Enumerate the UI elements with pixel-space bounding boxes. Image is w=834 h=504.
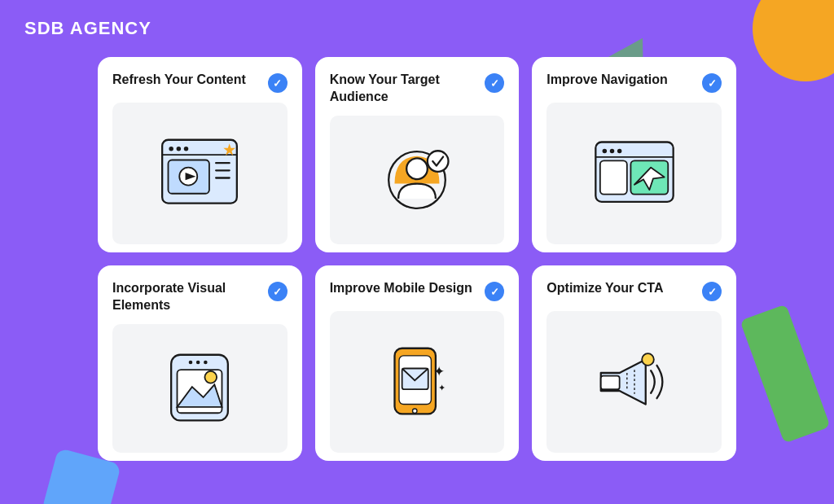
- svg-point-18: [617, 149, 622, 154]
- card-refresh-content: Refresh Your Content: [98, 57, 302, 252]
- card-mobile-design: Improve Mobile Design ✦ ✦: [315, 265, 520, 461]
- svg-text:✦: ✦: [433, 364, 445, 379]
- svg-rect-37: [600, 376, 619, 390]
- card-improve-navigation-icon-area: [546, 103, 722, 244]
- mobile-design-icon: ✦ ✦: [372, 337, 462, 427]
- svg-point-3: [184, 147, 189, 151]
- svg-point-16: [602, 149, 607, 154]
- card-optimize-cta-icon-area: [546, 311, 722, 453]
- card-improve-navigation-title: Improve Navigation: [546, 72, 702, 89]
- card-optimize-cta: Optimize Your CTA: [532, 265, 736, 461]
- card-visual-elements-title: Incorporate Visual Elements: [112, 280, 268, 314]
- card-visual-elements-check: [268, 282, 288, 301]
- target-audience-icon: [372, 135, 462, 225]
- svg-point-1: [169, 147, 174, 151]
- card-target-audience-check: [485, 73, 504, 93]
- card-mobile-design-check: [485, 282, 504, 301]
- card-optimize-cta-title: Optimize Your CTA: [546, 280, 702, 297]
- card-mobile-design-header: Improve Mobile Design: [330, 280, 505, 301]
- svg-rect-21: [599, 160, 626, 194]
- svg-point-14: [428, 151, 449, 172]
- svg-point-25: [196, 360, 200, 364]
- card-visual-elements-icon-area: [112, 324, 288, 453]
- cards-grid: Refresh Your Content: [98, 57, 736, 461]
- card-improve-navigation-header: Improve Navigation: [546, 72, 722, 93]
- svg-point-24: [189, 360, 193, 364]
- card-mobile-design-icon-area: ✦ ✦: [330, 311, 505, 453]
- svg-point-2: [177, 147, 182, 151]
- svg-point-40: [642, 353, 654, 366]
- card-refresh-content-title: Refresh Your Content: [112, 72, 268, 89]
- card-improve-navigation: Improve Navigation: [532, 57, 736, 252]
- navigation-icon: [590, 129, 679, 218]
- card-refresh-content-check: [268, 73, 288, 93]
- brand-logo: SDB AGENCY: [24, 18, 151, 39]
- card-target-audience-icon-area: [330, 116, 505, 244]
- svg-point-13: [406, 158, 428, 179]
- cta-icon: [590, 337, 679, 427]
- svg-text:✦: ✦: [438, 383, 446, 392]
- card-target-audience: Know Your Target Audience: [315, 57, 520, 252]
- card-optimize-cta-header: Optimize Your CTA: [546, 280, 722, 301]
- visual-elements-icon: [155, 344, 244, 433]
- svg-point-29: [205, 371, 217, 383]
- decorative-rect-green-right: [740, 305, 830, 444]
- svg-point-32: [412, 409, 417, 414]
- card-target-audience-title: Know Your Target Audience: [330, 72, 485, 106]
- decorative-circle-orange: [753, 0, 834, 81]
- card-visual-elements: Incorporate Visual Elements: [98, 265, 302, 461]
- card-mobile-design-title: Improve Mobile Design: [330, 280, 485, 297]
- card-optimize-cta-check: [702, 282, 722, 301]
- card-refresh-content-icon-area: [112, 103, 288, 244]
- card-target-audience-header: Know Your Target Audience: [330, 72, 505, 106]
- svg-point-26: [204, 360, 208, 364]
- card-improve-navigation-check: [702, 73, 722, 93]
- card-visual-elements-header: Incorporate Visual Elements: [112, 280, 288, 314]
- svg-point-17: [609, 149, 614, 154]
- card-refresh-content-header: Refresh Your Content: [112, 72, 288, 93]
- content-refresh-icon: [155, 129, 244, 218]
